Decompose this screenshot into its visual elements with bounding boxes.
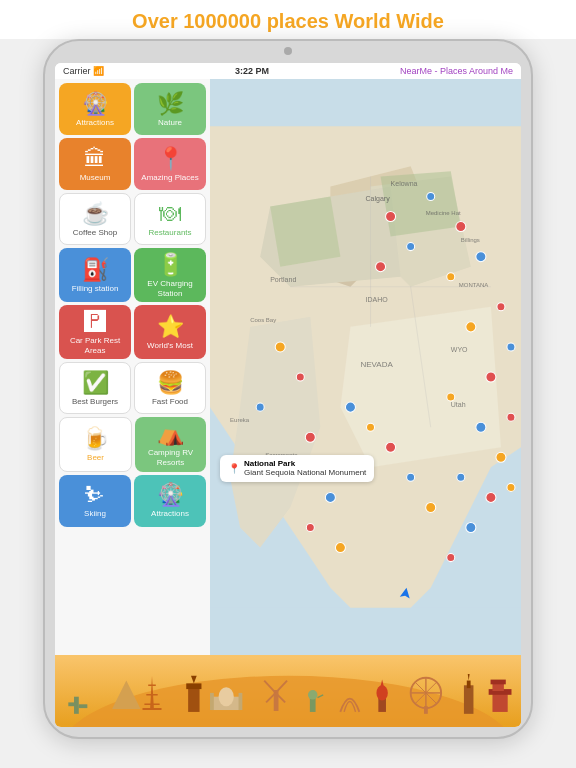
museum-label: Museum [80,173,111,183]
worlds-most-label: World's Most [147,341,193,351]
svg-text:Kelowna: Kelowna [391,180,418,187]
map-area[interactable]: Calgary Medicine Hat MONTANA IDAHO WYO N… [210,79,521,655]
sidebar-item-camping[interactable]: ⛺ Camping RV Resorts [135,417,206,471]
svg-point-8 [376,262,386,272]
svg-point-63 [219,687,234,706]
svg-point-26 [386,442,396,452]
svg-point-9 [447,273,455,281]
svg-point-34 [325,492,335,502]
nature-icon: 🌿 [157,93,184,115]
map-svg: Calgary Medicine Hat MONTANA IDAHO WYO N… [210,79,521,655]
clock: 3:22 PM [235,66,269,76]
svg-point-75 [376,685,387,700]
sidebar-item-skiing[interactable]: ⛷ Skiing [59,475,131,527]
sidebar-item-ev-charging[interactable]: 🔋 EV Charging Station [134,248,206,302]
map-popup: 📍 National Park Giant Sequoia National M… [220,455,374,482]
car-park-label: Car Park Rest Areas [63,336,127,355]
beer-label: Beer [87,453,104,463]
sidebar-row-7: 🍺 Beer ⛺ Camping RV Resorts [59,417,206,471]
ipad-frame: Carrier 📶 3:22 PM NearMe - Places Around… [43,39,533,739]
sidebar-item-coffee[interactable]: ☕ Coffee Shop [59,193,131,245]
svg-text:WYO: WYO [451,346,468,353]
svg-rect-88 [79,704,88,708]
popup-icon: 📍 [228,463,240,474]
sidebar-row-5: 🅿 Car Park Rest Areas ⭐ World's Most [59,305,206,359]
svg-point-32 [305,432,315,442]
beer-icon: 🍺 [82,428,109,450]
fast-food-icon: 🍔 [157,372,184,394]
nature-label: Nature [158,118,182,128]
ferris-label: Attractions [151,509,189,519]
sidebar-item-nature[interactable]: 🌿 Nature [134,83,206,135]
svg-point-4 [386,212,396,222]
svg-point-36 [335,543,345,553]
svg-rect-87 [68,702,77,706]
svg-text:NEVADA: NEVADA [360,360,393,369]
svg-rect-82 [424,706,428,714]
svg-point-35 [306,524,314,532]
best-burgers-icon: ✅ [82,372,109,394]
svg-point-22 [466,523,476,533]
svg-rect-91 [492,683,503,691]
sidebar-item-fast-food[interactable]: 🍔 Fast Food [134,362,206,414]
svg-text:Coos Bay: Coos Bay [250,317,276,323]
sidebar-item-attractions[interactable]: 🎡 Attractions [59,83,131,135]
svg-point-17 [507,413,515,421]
svg-point-30 [275,342,285,352]
sidebar-row-1: 🎡 Attractions 🌿 Nature [59,83,206,135]
sidebar-row-3: ☕ Coffee Shop 🍽 Restaurants [59,193,206,245]
svg-text:Calgary: Calgary [366,195,391,203]
sidebar-item-restaurants[interactable]: 🍽 Restaurants [134,193,206,245]
svg-text:Billings: Billings [461,237,480,243]
sidebar-row-6: ✅ Best Burgers 🍔 Fast Food [59,362,206,414]
svg-point-29 [296,373,304,381]
svg-rect-84 [467,681,471,689]
sidebar-row-4: ⛽ Filling station 🔋 EV Charging Station [59,248,206,302]
carrier-signal: Carrier 📶 [63,66,104,76]
sidebar-item-ferris[interactable]: 🎡 Attractions [134,475,206,527]
sidebar-row-2: 🏛 Museum 📍 Amazing Places [59,138,206,190]
svg-text:Eureka: Eureka [230,417,250,423]
svg-point-24 [426,502,436,512]
ipad-camera [284,47,292,55]
sidebar-item-filling-station[interactable]: ⛽ Filling station [59,248,131,302]
svg-point-25 [407,473,415,481]
sidebar-item-best-burgers[interactable]: ✅ Best Burgers [59,362,131,414]
attractions-label: Attractions [76,118,114,128]
sidebar-row-8: ⛷ Skiing 🎡 Attractions [59,475,206,527]
svg-text:IDAHO: IDAHO [366,296,389,303]
svg-point-19 [457,473,465,481]
ev-charging-label: EV Charging Station [138,279,202,298]
sidebar-item-worlds-most[interactable]: ⭐ World's Most [134,305,206,359]
svg-text:Medicine Hat: Medicine Hat [426,210,461,216]
svg-point-13 [507,343,515,351]
svg-point-20 [486,492,496,502]
ferris-icon: 🎡 [157,484,184,506]
ev-charging-icon: 🔋 [157,254,184,276]
ipad-screen: Carrier 📶 3:22 PM NearMe - Places Around… [55,63,521,727]
museum-icon: 🏛 [84,148,106,170]
svg-point-31 [256,403,264,411]
svg-point-18 [496,452,506,462]
car-park-icon: 🅿 [84,311,106,333]
sidebar-item-museum[interactable]: 🏛 Museum [59,138,131,190]
best-burgers-label: Best Burgers [72,397,118,407]
landmark-strip [55,655,521,727]
sidebar-item-amazing-places[interactable]: 📍 Amazing Places [134,138,206,190]
sidebar-item-beer[interactable]: 🍺 Beer [59,417,132,471]
svg-point-72 [308,690,318,700]
svg-text:Utah: Utah [451,401,466,408]
svg-rect-60 [186,683,201,689]
svg-point-28 [345,402,355,412]
sidebar-item-car-park[interactable]: 🅿 Car Park Rest Areas [59,305,131,359]
landmark-svg [55,655,521,727]
svg-rect-89 [492,693,507,712]
coffee-icon: ☕ [82,203,109,225]
svg-point-14 [486,372,496,382]
app-name: NearMe - Places Around Me [400,66,513,76]
svg-point-21 [507,483,515,491]
svg-rect-59 [188,685,199,712]
svg-point-6 [456,222,466,232]
amazing-places-label: Amazing Places [141,173,198,183]
svg-point-7 [407,243,415,251]
